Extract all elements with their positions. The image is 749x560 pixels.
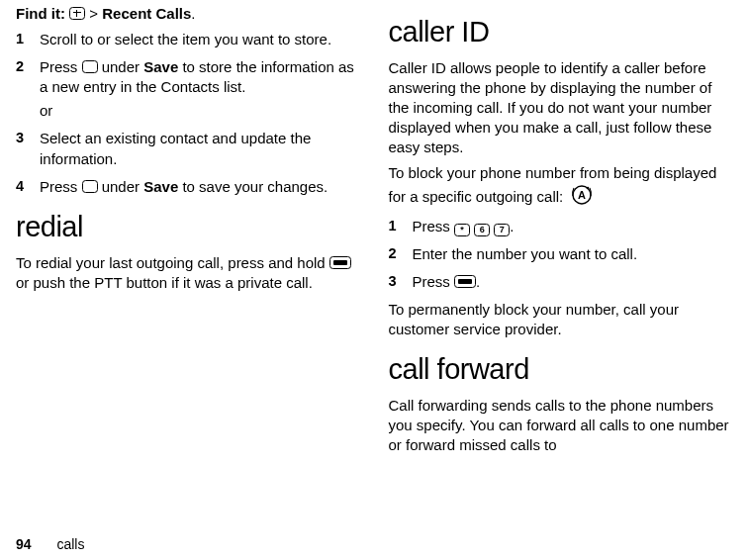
block-steps-list: 1 Press * 6 7. 2 Enter the number you wa… [389,217,734,292]
find-it-period: . [191,5,195,22]
save-label: Save [143,58,178,75]
find-it-label: Find it: [16,5,65,22]
redial-paragraph: To redial your last outgoing call, press… [16,253,361,293]
svg-text:A: A [578,189,586,201]
store-steps-list: 1 Scroll to or select the item you want … [16,30,361,197]
caller-id-paragraph-2: To block your phone number from being di… [389,163,734,210]
caller-id-p2-text: To block your phone number from being di… [389,164,717,204]
step-text-b: to save your changes. [178,178,328,195]
breadcrumb-separator: > [89,5,98,22]
step-number: 3 [389,272,397,291]
softkey-icon [82,180,98,193]
step-under: under [98,178,144,195]
redial-heading: redial [16,211,361,243]
step-text: Enter the number you want to call. [413,245,638,262]
menu-key-icon [69,7,85,20]
footer-section: calls [56,536,84,552]
find-it-line: Find it: > Recent Calls. [16,4,361,24]
key-star-icon: * [454,224,470,236]
softkey-icon [82,60,98,73]
caller-id-paragraph-1: Caller ID allows people to identify a ca… [389,58,734,157]
step-number: 2 [389,244,397,263]
caller-id-paragraph-3: To permanently block your number, call y… [389,300,734,339]
page-number: 94 [16,536,32,552]
step-2: 2 Press under Save to store the informat… [16,57,361,121]
step-text: Select an existing contact and update th… [40,130,311,166]
key-6-icon: 6 [474,224,490,236]
svg-point-2 [587,186,590,189]
step-text-b: . [476,273,480,290]
or-text: or [40,101,361,121]
step-number: 3 [16,129,24,147]
step-text-a: Press [40,178,82,195]
page-footer: 94 calls [16,536,84,552]
step-text: Scroll to or select the item you want to… [40,31,331,47]
key-7-icon: 7 [494,224,510,236]
send-key-icon [454,275,476,288]
caller-id-heading: caller ID [389,16,734,48]
block-step-3: 3 Press . [389,272,734,292]
broadcast-icon: A [571,184,593,211]
step-3: 3 Select an existing contact and update … [16,129,361,168]
find-it-path: Recent Calls [102,5,191,22]
step-text-a: Press [413,273,455,290]
step-number: 2 [16,57,24,76]
step-number: 1 [389,217,397,235]
call-forward-heading: call forward [389,353,734,386]
step-4: 4 Press under Save to save your changes. [16,177,361,197]
save-label: Save [143,178,178,195]
step-text-a: Press [40,58,82,75]
block-step-2: 2 Enter the number you want to call. [389,244,734,264]
block-step-1: 1 Press * 6 7. [389,217,734,236]
step-under: under [98,58,144,75]
step-text-a: Press [413,218,455,234]
send-key-icon [329,256,351,269]
step-number: 1 [16,30,24,48]
call-forward-paragraph-1: Call forwarding sends calls to the phone… [389,396,734,455]
redial-text-b: or push the PTT button if it was a priva… [16,274,313,291]
step-1: 1 Scroll to or select the item you want … [16,30,361,49]
step-number: 4 [16,177,24,196]
redial-text-a: To redial your last outgoing call, press… [16,254,329,271]
step-text-b: . [510,218,514,234]
